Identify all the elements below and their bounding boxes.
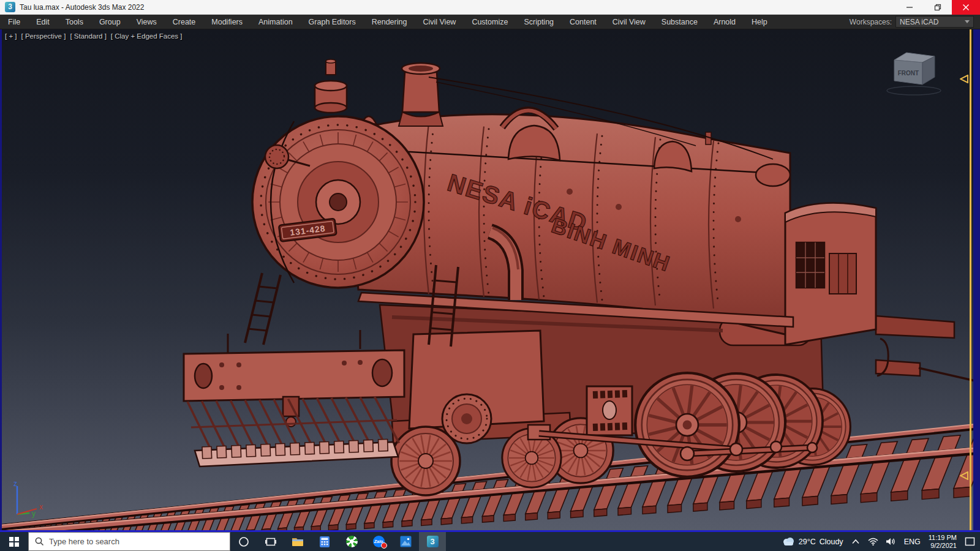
taskbar-app-calculator[interactable] bbox=[311, 532, 338, 551]
menu-item-customize[interactable]: Customize bbox=[464, 15, 516, 29]
collapsed-panel-strip bbox=[973, 29, 980, 530]
start-button[interactable] bbox=[0, 532, 28, 551]
menu-item-edit[interactable]: Edit bbox=[28, 15, 58, 29]
3ds-max-app-icon: 3 bbox=[5, 2, 15, 12]
weather-condition: Cloudy bbox=[820, 538, 843, 546]
menu-item-rendering[interactable]: Rendering bbox=[364, 15, 415, 29]
menu-item-animation[interactable]: Animation bbox=[251, 15, 301, 29]
active-viewport-border bbox=[970, 29, 971, 530]
minimize-icon bbox=[906, 4, 913, 11]
loco-rear-gear bbox=[876, 316, 978, 381]
viewport-menu-general[interactable]: [ + ] bbox=[5, 32, 17, 40]
taskbar-app-zalo[interactable]: Zalo bbox=[365, 532, 392, 551]
perspective-viewport[interactable]: [ + ] [ Perspective ] [ Standard ] [ Cla… bbox=[0, 29, 980, 530]
menu-item-scripting[interactable]: Scripting bbox=[516, 15, 562, 29]
3ds-max-taskbar-icon: 3 bbox=[427, 536, 439, 547]
menu-item-arnold[interactable]: Arnold bbox=[706, 15, 744, 29]
taskbar-app-3ds-max[interactable]: 3 bbox=[419, 532, 446, 551]
windows-logo-icon bbox=[9, 537, 19, 547]
volume-icon[interactable] bbox=[886, 538, 896, 545]
menu-item-civil-view-2[interactable]: Civil View bbox=[605, 15, 654, 29]
title-bar: 3 Tau lua.max - Autodesk 3ds Max 2022 bbox=[0, 0, 980, 15]
viewport-left-strip bbox=[0, 29, 2, 530]
world-axis-gizmo: z y x bbox=[5, 479, 60, 522]
clock-date: 9/2/2021 bbox=[929, 542, 957, 550]
corel-icon bbox=[346, 536, 358, 547]
window-title: Tau lua.max - Autodesk 3ds Max 2022 bbox=[20, 3, 144, 12]
task-view-icon bbox=[265, 537, 276, 547]
cortana-icon bbox=[238, 536, 249, 547]
system-tray: 29°C Cloudy ENG 11:19 PM 9/2/2021 bbox=[782, 532, 980, 551]
axis-z-label: z bbox=[13, 479, 17, 488]
chevron-down-icon bbox=[965, 20, 970, 23]
panel-expand-arrow-bottom[interactable] bbox=[960, 471, 969, 480]
axis-x-label: x bbox=[39, 503, 43, 511]
action-center-icon[interactable] bbox=[965, 537, 975, 546]
viewport-canvas[interactable]: NESA iCAD BINH MINH bbox=[0, 29, 980, 530]
network-icon[interactable] bbox=[868, 538, 878, 545]
menu-item-file[interactable]: File bbox=[0, 15, 28, 29]
workspaces-dropdown[interactable]: NESA iCAD bbox=[895, 16, 974, 28]
weather-temperature: 29°C bbox=[799, 538, 816, 546]
clock-time: 11:19 PM bbox=[929, 534, 957, 542]
locomotive-model[interactable]: NESA iCAD BINH MINH bbox=[184, 59, 978, 495]
menu-item-help[interactable]: Help bbox=[744, 15, 775, 29]
menu-item-graph-editors[interactable]: Graph Editors bbox=[301, 15, 364, 29]
taskbar-search-box[interactable] bbox=[28, 532, 230, 551]
viewport-menu-per-view[interactable]: [ Standard ] bbox=[70, 32, 106, 40]
viewcube[interactable]: FRONT bbox=[886, 47, 944, 102]
restore-icon bbox=[934, 4, 941, 11]
calculator-icon bbox=[319, 536, 330, 547]
taskbar-app-photos[interactable] bbox=[392, 532, 419, 551]
panel-expand-arrow-top[interactable] bbox=[960, 75, 969, 83]
cortana-button[interactable] bbox=[230, 532, 257, 551]
notification-badge bbox=[381, 542, 387, 549]
menu-item-views[interactable]: Views bbox=[129, 15, 165, 29]
clock[interactable]: 11:19 PM 9/2/2021 bbox=[929, 534, 957, 550]
axis-y-label: y bbox=[32, 509, 36, 518]
viewcube-front-face[interactable]: FRONT bbox=[898, 70, 919, 77]
close-button[interactable] bbox=[952, 0, 980, 15]
workspaces-value: NESA iCAD bbox=[900, 18, 938, 26]
taskbar-app-corel[interactable] bbox=[338, 532, 365, 551]
menu-bar: File Edit Tools Group Views Create Modif… bbox=[0, 15, 980, 29]
menu-item-substance[interactable]: Substance bbox=[654, 15, 706, 29]
loco-pilot bbox=[184, 330, 404, 467]
minimize-button[interactable] bbox=[895, 0, 924, 15]
menu-item-group[interactable]: Group bbox=[91, 15, 129, 29]
restore-button[interactable] bbox=[924, 0, 952, 15]
viewport-menu-pov[interactable]: [ Perspective ] bbox=[21, 32, 66, 40]
close-icon bbox=[962, 4, 970, 11]
loco-smokebox: 131-428 bbox=[252, 116, 424, 288]
search-icon bbox=[35, 537, 44, 546]
viewport-label: [ + ] [ Perspective ] [ Standard ] [ Cla… bbox=[5, 32, 183, 40]
chevron-up-icon[interactable] bbox=[851, 539, 860, 544]
menu-item-civil-view[interactable]: Civil View bbox=[415, 15, 464, 29]
menu-item-tools[interactable]: Tools bbox=[58, 15, 91, 29]
task-view-button[interactable] bbox=[257, 532, 284, 551]
photos-icon bbox=[400, 536, 412, 547]
language-indicator[interactable]: ENG bbox=[904, 538, 921, 546]
file-explorer-icon bbox=[292, 536, 304, 547]
cloud-icon bbox=[782, 537, 795, 546]
weather-widget[interactable]: 29°C Cloudy bbox=[782, 537, 843, 546]
workspaces-label: Workspaces: bbox=[850, 18, 892, 26]
menu-item-create[interactable]: Create bbox=[165, 15, 204, 29]
taskbar-app-file-explorer[interactable] bbox=[284, 532, 311, 551]
search-input[interactable] bbox=[49, 537, 202, 546]
menu-item-modifiers[interactable]: Modifiers bbox=[203, 15, 251, 29]
loco-frame-box bbox=[587, 386, 632, 435]
menu-item-content[interactable]: Content bbox=[562, 15, 605, 29]
viewport-menu-shading[interactable]: [ Clay + Edged Faces ] bbox=[111, 32, 183, 40]
windows-taskbar: Zalo 3 29°C Cloudy bbox=[0, 532, 980, 551]
